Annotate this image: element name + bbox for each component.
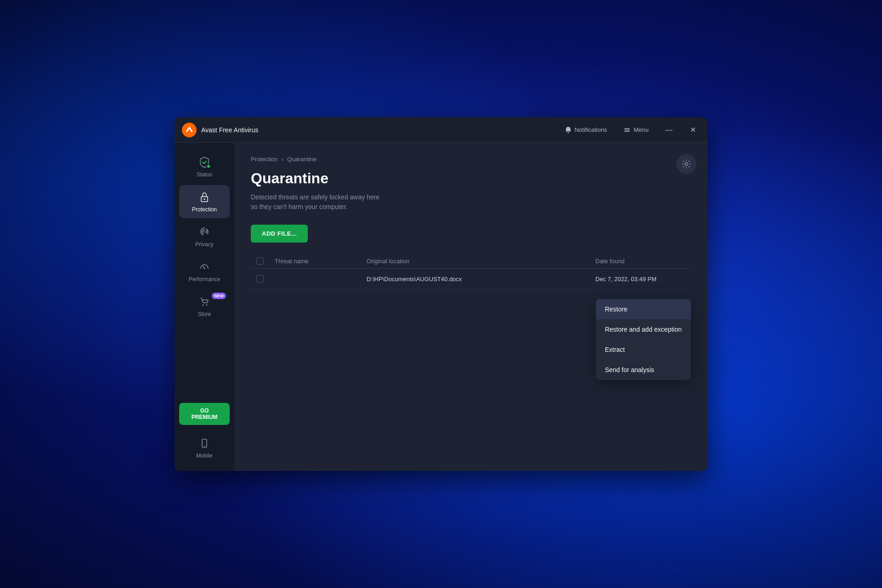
sidebar-item-status-label: Status [197, 171, 212, 178]
title-bar-controls: Notifications Menu — ✕ [561, 123, 700, 137]
svg-point-0 [182, 123, 197, 137]
breadcrumb-separator: › [282, 156, 283, 163]
context-menu-item-restore[interactable]: Restore [596, 299, 691, 319]
svg-rect-2 [624, 130, 630, 130]
subtitle-line1: Detected threats are safely locked away … [251, 193, 379, 201]
th-threat-name: Threat name [269, 254, 361, 269]
svg-point-10 [204, 446, 205, 447]
page-subtitle: Detected threats are safely locked away … [251, 192, 691, 212]
row-threat-name [269, 269, 361, 289]
gear-icon [682, 159, 691, 169]
context-menu-item-extract[interactable]: Extract [596, 339, 691, 360]
app-window: Avast Free Antivirus Notifications Menu … [175, 117, 707, 471]
svg-point-5 [204, 198, 205, 200]
breadcrumb: Protection › Quarantine [251, 156, 691, 163]
sidebar-item-status[interactable]: Status [179, 150, 230, 183]
fingerprint-icon [198, 226, 210, 238]
sidebar-item-privacy[interactable]: Privacy [179, 220, 230, 253]
content-area: Protection › Quarantine Quarantine Detec… [234, 143, 707, 471]
lock-icon [198, 191, 210, 203]
svg-point-11 [685, 163, 688, 165]
title-bar-logo: Avast Free Antivirus [182, 123, 561, 137]
sidebar-item-performance[interactable]: Performance [179, 255, 230, 288]
status-icon-container [198, 156, 211, 169]
privacy-icon-container [198, 226, 211, 238]
context-menu-item-send-analysis[interactable]: Send for analysis [596, 360, 691, 380]
new-badge: NEW [212, 293, 226, 299]
row-checkbox[interactable] [256, 275, 264, 283]
avast-logo-icon [182, 123, 197, 137]
sidebar-item-protection[interactable]: Protection [179, 185, 230, 218]
threat-table: Threat name Original location Date found… [251, 254, 691, 289]
breadcrumb-current: Quarantine [287, 156, 317, 163]
title-bar: Avast Free Antivirus Notifications Menu … [175, 117, 707, 143]
svg-point-6 [204, 268, 205, 269]
menu-button[interactable]: Menu [620, 124, 652, 136]
svg-point-8 [206, 305, 208, 306]
app-title: Avast Free Antivirus [201, 126, 258, 134]
bell-icon [565, 126, 572, 134]
sidebar-item-performance-label: Performance [189, 276, 220, 283]
context-menu: Restore Restore and add exception Extrac… [596, 299, 691, 380]
go-premium-button[interactable]: GO PREMIUM [179, 403, 230, 425]
sidebar-item-store-label: Store [198, 311, 211, 317]
svg-rect-3 [624, 131, 630, 132]
sidebar: Status Protection [175, 143, 234, 471]
store-icon-container [198, 295, 211, 308]
minimize-button[interactable]: — [662, 123, 676, 137]
context-menu-item-restore-exception[interactable]: Restore and add exception [596, 319, 691, 339]
row-date-found: Dec 7, 2022, 03:49 PM [590, 269, 691, 289]
th-original-location: Original location [361, 254, 590, 269]
select-all-checkbox[interactable] [256, 257, 264, 265]
cart-icon [198, 296, 210, 308]
sidebar-item-mobile-label: Mobile [196, 452, 212, 459]
status-dot [206, 164, 211, 169]
svg-rect-1 [624, 128, 630, 129]
row-location: D:\HP\Documents\AUGUST40.docx [361, 269, 590, 289]
notifications-button[interactable]: Notifications [561, 124, 611, 136]
subtitle-line2: so they can't harm your computer. [251, 203, 347, 210]
mobile-icon [199, 438, 209, 448]
page-title: Quarantine [251, 170, 691, 187]
close-button[interactable]: ✕ [685, 123, 700, 137]
settings-button[interactable] [676, 154, 696, 174]
breadcrumb-parent-link[interactable]: Protection [251, 156, 278, 163]
menu-icon [623, 126, 631, 134]
add-file-button[interactable]: ADD FILE... [251, 225, 308, 243]
sidebar-item-protection-label: Protection [192, 206, 217, 213]
table-row[interactable]: D:\HP\Documents\AUGUST40.docx Dec 7, 202… [251, 269, 691, 289]
speedometer-icon [198, 261, 210, 273]
sidebar-item-privacy-label: Privacy [195, 241, 213, 248]
th-date-found: Date found [590, 254, 691, 269]
performance-icon-container [198, 260, 211, 273]
row-checkbox-cell [251, 269, 269, 289]
svg-point-7 [203, 305, 204, 306]
table-header-row: Threat name Original location Date found [251, 254, 691, 269]
mobile-icon-container [198, 437, 211, 450]
protection-icon-container [198, 191, 211, 204]
main-layout: Status Protection [175, 143, 707, 471]
th-checkbox [251, 254, 269, 269]
sidebar-item-store[interactable]: NEW Store [179, 290, 230, 323]
sidebar-item-mobile[interactable]: Mobile [179, 432, 230, 464]
